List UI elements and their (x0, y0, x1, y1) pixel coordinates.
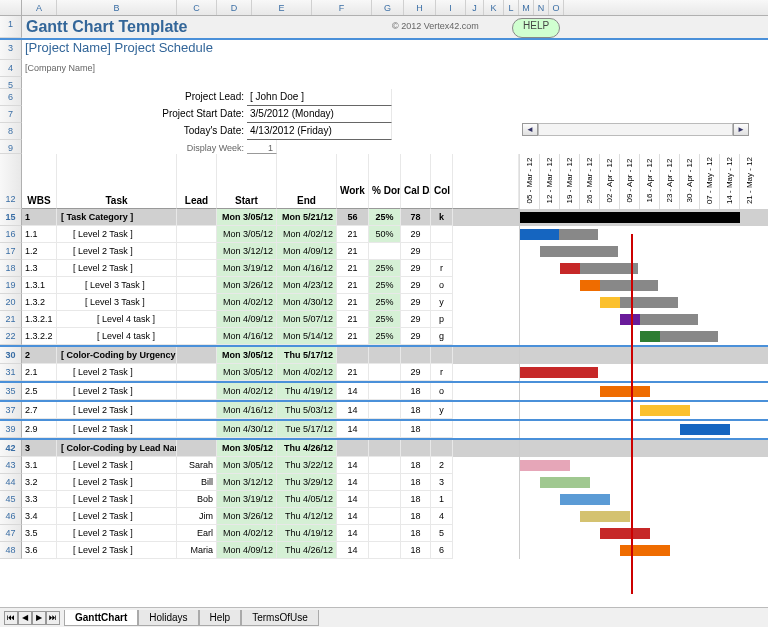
lead-cell[interactable] (177, 347, 217, 364)
row-7[interactable]: 7 (0, 106, 22, 123)
caldays-cell[interactable]: 18 (401, 474, 431, 491)
end-cell[interactable]: Thu 4/05/12 (277, 491, 337, 508)
task-row[interactable]: 443.2[ Level 2 Task ]BillMon 3/12/12Thu … (0, 474, 768, 491)
pctdone-cell[interactable] (369, 243, 401, 260)
end-cell[interactable]: Thu 4/19/12 (277, 383, 337, 400)
color-cell[interactable]: 6 (431, 542, 453, 559)
lead-cell[interactable]: Sarah (177, 457, 217, 474)
task-cell[interactable]: [ Level 2 Task ] (57, 243, 177, 260)
row-46[interactable]: 46 (0, 508, 22, 525)
workdays-cell[interactable] (337, 347, 369, 364)
pctdone-cell[interactable]: 25% (369, 277, 401, 294)
start-cell[interactable]: Mon 3/05/12 (217, 209, 277, 226)
lead-cell[interactable] (177, 364, 217, 381)
row-8[interactable]: 8 (0, 123, 22, 140)
color-cell[interactable] (431, 243, 453, 260)
caldays-cell[interactable]: 29 (401, 277, 431, 294)
pctdone-cell[interactable]: 25% (369, 311, 401, 328)
task-row[interactable]: 191.3.1[ Level 3 Task ]Mon 3/26/12Mon 4/… (0, 277, 768, 294)
pctdone-cell[interactable]: 50% (369, 226, 401, 243)
wbs-cell[interactable]: 1.3.1 (22, 277, 57, 294)
pctdone-cell[interactable] (369, 440, 401, 457)
end-cell[interactable]: Mon 4/30/12 (277, 294, 337, 311)
caldays-cell[interactable]: 18 (401, 542, 431, 559)
lead-cell[interactable]: Maria (177, 542, 217, 559)
row-20[interactable]: 20 (0, 294, 22, 311)
workdays-cell[interactable]: 21 (337, 364, 369, 381)
start-cell[interactable]: Mon 3/26/12 (217, 277, 277, 294)
task-row[interactable]: 201.3.2[ Level 3 Task ]Mon 4/02/12Mon 4/… (0, 294, 768, 311)
caldays-cell[interactable]: 29 (401, 260, 431, 277)
lead-cell[interactable] (177, 440, 217, 457)
pctdone-cell[interactable] (369, 347, 401, 364)
end-cell[interactable]: Mon 5/07/12 (277, 311, 337, 328)
task-row[interactable]: 463.4[ Level 2 Task ]JimMon 3/26/12Thu 4… (0, 508, 768, 525)
pctdone-cell[interactable] (369, 383, 401, 400)
end-cell[interactable]: Thu 4/26/12 (277, 440, 337, 457)
color-cell[interactable]: r (431, 260, 453, 277)
start-cell[interactable]: Mon 4/09/12 (217, 542, 277, 559)
task-row[interactable]: 453.3[ Level 2 Task ]BobMon 3/19/12Thu 4… (0, 491, 768, 508)
end-cell[interactable]: Thu 5/03/12 (277, 402, 337, 419)
color-cell[interactable]: o (431, 277, 453, 294)
color-cell[interactable] (431, 226, 453, 243)
end-cell[interactable]: Mon 5/21/12 (277, 209, 337, 226)
pctdone-cell[interactable] (369, 508, 401, 525)
task-cell[interactable]: [ Level 4 task ] (57, 328, 177, 345)
pctdone-cell[interactable] (369, 402, 401, 419)
caldays-cell[interactable]: 29 (401, 243, 431, 260)
task-cell[interactable]: [ Level 2 Task ] (57, 383, 177, 400)
row-45[interactable]: 45 (0, 491, 22, 508)
task-cell[interactable]: [ Level 2 Task ] (57, 525, 177, 542)
end-cell[interactable]: Thu 3/22/12 (277, 457, 337, 474)
scroll-track[interactable] (538, 123, 733, 136)
workdays-cell[interactable]: 14 (337, 474, 369, 491)
lead-cell[interactable] (177, 421, 217, 438)
col-D[interactable]: D (217, 0, 252, 15)
wbs-cell[interactable]: 1.3 (22, 260, 57, 277)
color-cell[interactable]: p (431, 311, 453, 328)
color-cell[interactable]: y (431, 294, 453, 311)
pctdone-cell[interactable] (369, 364, 401, 381)
pctdone-cell[interactable] (369, 491, 401, 508)
end-cell[interactable]: Mon 5/14/12 (277, 328, 337, 345)
task-cell[interactable]: [ Level 2 Task ] (57, 364, 177, 381)
workdays-cell[interactable]: 21 (337, 294, 369, 311)
task-row[interactable]: 302[ Color-Coding by Urgency ]Mon 3/05/1… (0, 347, 768, 364)
caldays-cell[interactable]: 18 (401, 508, 431, 525)
workdays-cell[interactable]: 21 (337, 277, 369, 294)
project-title[interactable]: [Project Name] Project Schedule (22, 40, 422, 60)
lead-cell[interactable]: Bob (177, 491, 217, 508)
wbs-cell[interactable]: 1.3.2.2 (22, 328, 57, 345)
col-H[interactable]: H (404, 0, 436, 15)
workdays-cell[interactable]: 14 (337, 402, 369, 419)
task-row[interactable]: 423[ Color-Coding by Lead Name ]Mon 3/05… (0, 440, 768, 457)
task-cell[interactable]: [ Level 2 Task ] (57, 474, 177, 491)
start-cell[interactable]: Mon 4/09/12 (217, 311, 277, 328)
task-row[interactable]: 161.1[ Level 2 Task ]Mon 3/05/12Mon 4/02… (0, 226, 768, 243)
caldays-cell[interactable]: 18 (401, 457, 431, 474)
color-cell[interactable] (431, 440, 453, 457)
wbs-cell[interactable]: 1.3.2.1 (22, 311, 57, 328)
task-cell[interactable]: [ Level 2 Task ] (57, 542, 177, 559)
row-4[interactable]: 4 (0, 60, 22, 77)
color-cell[interactable]: r (431, 364, 453, 381)
scroll-right-button[interactable]: ► (733, 123, 749, 136)
task-row[interactable]: 352.5[ Level 2 Task ]Mon 4/02/12Thu 4/19… (0, 383, 768, 400)
start-cell[interactable]: Mon 4/16/12 (217, 328, 277, 345)
caldays-cell[interactable]: 29 (401, 294, 431, 311)
row-19[interactable]: 19 (0, 277, 22, 294)
color-cell[interactable]: o (431, 383, 453, 400)
pctdone-cell[interactable] (369, 525, 401, 542)
start-cell[interactable]: Mon 3/12/12 (217, 474, 277, 491)
tab-termsofuse[interactable]: TermsOfUse (241, 610, 319, 626)
pctdone-cell[interactable]: 25% (369, 294, 401, 311)
pctdone-cell[interactable] (369, 474, 401, 491)
start-cell[interactable]: Mon 4/30/12 (217, 421, 277, 438)
end-cell[interactable]: Thu 5/17/12 (277, 347, 337, 364)
row-21[interactable]: 21 (0, 311, 22, 328)
start-cell[interactable]: Mon 4/02/12 (217, 525, 277, 542)
lead-cell[interactable] (177, 328, 217, 345)
end-cell[interactable]: Mon 4/02/12 (277, 364, 337, 381)
caldays-cell[interactable]: 18 (401, 525, 431, 542)
